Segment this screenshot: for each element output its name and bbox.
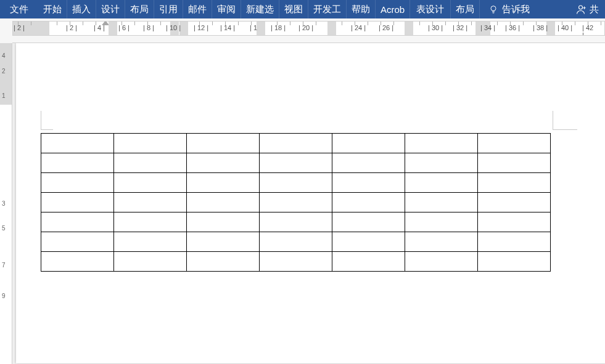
table-row[interactable] — [41, 252, 551, 272]
tab-review[interactable]: 审阅 — [212, 0, 241, 18]
tab-acrobat[interactable]: Acrob — [376, 0, 410, 18]
table-cell[interactable] — [41, 153, 114, 173]
ruler-number: | 10 | — [166, 24, 181, 31]
margin-guide — [41, 129, 53, 130]
table-cell[interactable] — [260, 173, 332, 193]
page-area[interactable] — [12, 43, 605, 364]
table-row[interactable] — [41, 173, 551, 193]
table-cell[interactable] — [478, 134, 551, 153]
table-cell[interactable] — [478, 232, 551, 252]
table-cell[interactable] — [332, 173, 405, 193]
tab-view[interactable]: 视图 — [279, 0, 308, 18]
svg-point-0 — [491, 6, 496, 11]
horizontal-ruler[interactable]: | 2 || 2 || 4 || 6 || 8 || 10 || 12 || 1… — [12, 21, 605, 36]
tab-table-layout[interactable]: 布局 — [451, 0, 480, 18]
table-cell[interactable] — [405, 153, 478, 173]
table-cell[interactable] — [332, 153, 405, 173]
ruler-tick — [290, 22, 290, 25]
ruler-number: | 36 | — [505, 24, 520, 31]
ruler-number: | 40 | — [558, 24, 572, 31]
tab-help[interactable]: 帮助 — [347, 0, 376, 18]
table-cell[interactable] — [187, 173, 260, 193]
ruler-number: | 18 | — [271, 24, 286, 31]
table-cell[interactable] — [260, 134, 332, 153]
hanging-indent-marker[interactable] — [43, 35, 51, 36]
table-row[interactable] — [41, 153, 551, 173]
table-cell[interactable] — [187, 193, 260, 212]
tab-references[interactable]: 引用 — [154, 0, 183, 18]
table-cell[interactable] — [332, 252, 405, 272]
tab-developer[interactable]: 开发工 — [308, 0, 347, 18]
table-cell[interactable] — [332, 134, 405, 153]
table-cell[interactable] — [41, 252, 114, 272]
table-cell[interactable] — [114, 232, 187, 252]
table-cell[interactable] — [187, 134, 260, 153]
table-cell[interactable] — [41, 173, 114, 193]
table-cell[interactable] — [405, 252, 478, 272]
table-cell[interactable] — [114, 212, 187, 232]
table-cell[interactable] — [114, 134, 187, 153]
margin-guide — [553, 111, 553, 129]
tell-me[interactable]: 告诉我 — [482, 0, 536, 18]
tab-new[interactable]: 新建选 — [241, 0, 279, 18]
table-cell[interactable] — [114, 153, 187, 173]
tab-file[interactable]: 文件 — [0, 0, 38, 18]
table-cell[interactable] — [405, 193, 478, 212]
table-cell[interactable] — [478, 212, 551, 232]
table-cell[interactable] — [260, 212, 332, 232]
tab-home[interactable]: 开始 — [38, 0, 67, 18]
share-button[interactable]: 共 — [572, 0, 603, 18]
tab-insert[interactable]: 插入 — [67, 0, 96, 18]
table-cell[interactable] — [260, 252, 332, 272]
table-cell[interactable] — [405, 134, 478, 153]
table-cell[interactable] — [187, 252, 260, 272]
ruler-tick — [419, 22, 420, 25]
v-ruler-number: 2 — [2, 68, 6, 75]
tab-design[interactable]: 设计 — [96, 0, 125, 18]
table-cell[interactable] — [41, 212, 114, 232]
table-cell[interactable] — [41, 134, 114, 153]
table-cell[interactable] — [187, 232, 260, 252]
table-cell[interactable] — [478, 173, 551, 193]
table-cell[interactable] — [405, 212, 478, 232]
tab-table-design[interactable]: 表设计 — [410, 0, 451, 18]
table-row[interactable] — [41, 193, 551, 212]
document-page[interactable] — [16, 43, 605, 363]
table-cell[interactable] — [405, 232, 478, 252]
table-cell[interactable] — [41, 232, 114, 252]
table-row[interactable] — [41, 232, 551, 252]
table-cell[interactable] — [332, 212, 405, 232]
ruler-number: | 38 | — [533, 24, 548, 31]
vertical-ruler[interactable]: 4213579 — [0, 43, 12, 364]
ruler-tick — [601, 22, 601, 25]
ruler-number: | 1 — [250, 24, 257, 31]
table-cell[interactable] — [187, 212, 260, 232]
table-cell[interactable] — [478, 153, 551, 173]
table-row[interactable] — [41, 212, 551, 232]
tell-me-label: 告诉我 — [502, 4, 530, 15]
table-cell[interactable] — [260, 193, 332, 212]
ruler-tick — [523, 22, 524, 25]
table-cell[interactable] — [478, 252, 551, 272]
ribbon-tabs: 文件 开始 插入 设计 布局 引用 邮件 审阅 新建选 视图 开发工 帮助 Ac… — [0, 0, 605, 18]
ruler-number: | 24 | — [351, 24, 366, 31]
table-cell[interactable] — [260, 232, 332, 252]
table-cell[interactable] — [114, 252, 187, 272]
document-table[interactable] — [41, 133, 551, 272]
table-cell[interactable] — [260, 153, 332, 173]
tab-layout[interactable]: 布局 — [125, 0, 154, 18]
ruler-number: | 34 | — [480, 24, 495, 31]
ruler-corner — [0, 18, 12, 43]
table-cell[interactable] — [187, 153, 260, 173]
table-cell[interactable] — [332, 193, 405, 212]
table-cell[interactable] — [405, 173, 478, 193]
right-indent-marker[interactable] — [546, 35, 553, 36]
table-cell[interactable] — [478, 193, 551, 212]
table-cell[interactable] — [114, 173, 187, 193]
table-row[interactable] — [41, 134, 551, 153]
tab-mailings[interactable]: 邮件 — [183, 0, 212, 18]
table-cell[interactable] — [41, 193, 114, 212]
ruler-number: | 32 | — [453, 24, 467, 31]
table-cell[interactable] — [332, 232, 405, 252]
table-cell[interactable] — [114, 193, 187, 212]
